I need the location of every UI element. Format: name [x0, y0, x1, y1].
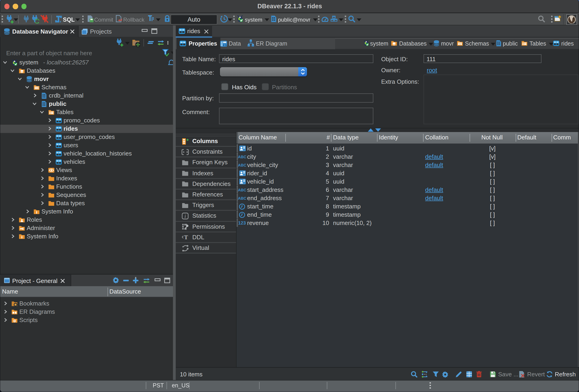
svg-text:T: T	[184, 234, 188, 241]
svg-text:i: i	[184, 214, 186, 219]
